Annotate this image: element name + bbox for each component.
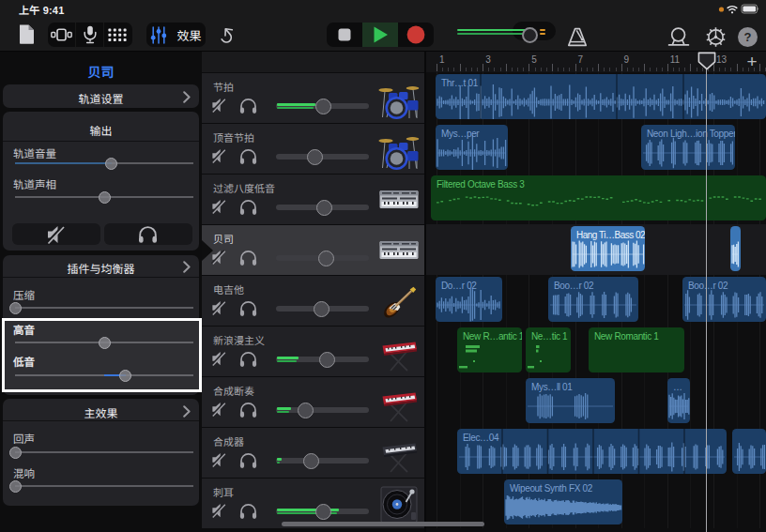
audio-region[interactable]: Elec…04 <box>457 429 727 474</box>
track-solo-button[interactable] <box>238 147 258 169</box>
track-solo-button[interactable] <box>238 97 258 118</box>
track-solo-button[interactable] <box>238 299 258 321</box>
master-effects-header[interactable]: 主效果 <box>3 404 199 420</box>
add-track-button[interactable]: + <box>742 52 762 72</box>
audio-region[interactable]: Wipeout Synth FX 02 <box>504 479 622 524</box>
help-question-mark: ? <box>744 30 752 44</box>
track-mute-button[interactable] <box>210 502 228 523</box>
track-solo-button[interactable] <box>238 350 258 372</box>
echo-slider[interactable] <box>15 447 193 459</box>
audio-region[interactable]: Thr…t 01 <box>436 74 766 119</box>
track-mute-button[interactable] <box>210 147 228 168</box>
help-button[interactable]: ? <box>738 27 758 47</box>
track-volume-knob[interactable] <box>319 352 335 368</box>
midi-region[interactable]: Ne…tic 1 <box>526 327 571 372</box>
audio-region[interactable]: Hang Ti…Bass 02 <box>571 226 645 271</box>
track-volume-knob[interactable] <box>303 453 319 469</box>
track-solo-button[interactable] <box>238 451 258 473</box>
effects-button[interactable]: 效果 <box>171 23 206 47</box>
track-row[interactable]: 过滤八度低音 <box>202 174 426 224</box>
audio-region[interactable] <box>730 226 741 271</box>
track-mute-button[interactable] <box>210 299 228 320</box>
audio-region[interactable]: Mys…per <box>436 125 508 170</box>
metronome-button[interactable] <box>566 27 589 51</box>
track-volume-knob[interactable] <box>315 99 331 114</box>
undo-button[interactable] <box>218 25 238 49</box>
reverb-slider[interactable] <box>15 480 193 493</box>
track-volume-slider[interactable] <box>276 506 369 517</box>
master-volume-slider[interactable] <box>457 23 551 47</box>
play-button[interactable] <box>362 23 398 47</box>
track-volume-slider[interactable] <box>276 151 369 162</box>
track-volume-slider[interactable] <box>276 100 369 112</box>
track-volume-slider[interactable] <box>15 158 193 170</box>
track-volume-slider[interactable] <box>276 252 369 264</box>
track-solo-button[interactable] <box>238 502 258 524</box>
track-mute-button[interactable] <box>210 249 228 269</box>
track-row[interactable]: 刺耳 <box>202 478 426 528</box>
audio-region[interactable]: … <box>667 378 690 423</box>
track-controls-button[interactable] <box>48 23 75 47</box>
track-solo-button[interactable] <box>238 401 258 422</box>
master-volume-knob[interactable] <box>522 27 538 43</box>
playhead-marker[interactable] <box>697 52 716 70</box>
audio-region[interactable]: Boo…r 02 <box>548 277 638 322</box>
track-row[interactable]: 节拍 <box>202 72 426 123</box>
reverb-knob[interactable] <box>9 480 22 493</box>
sidebar-mute-button[interactable] <box>12 223 100 245</box>
sidebar-solo-button[interactable] <box>104 223 193 245</box>
track-row[interactable]: 电吉他 <box>202 275 426 326</box>
echo-knob[interactable] <box>9 447 22 459</box>
midi-region[interactable]: New R…antic 1 <box>457 327 522 372</box>
my-songs-button[interactable] <box>19 22 38 46</box>
track-mute-button[interactable] <box>210 198 228 219</box>
track-solo-button[interactable] <box>238 249 258 270</box>
track-row[interactable]: 新浪漫主义 <box>202 326 426 376</box>
track-row[interactable]: 合成器 <box>202 427 426 478</box>
track-volume-knob[interactable] <box>318 251 334 266</box>
compression-slider[interactable] <box>15 302 193 314</box>
stop-button[interactable] <box>327 23 362 47</box>
midi-region[interactable]: New Romantic 1 <box>589 327 684 372</box>
audio-region[interactable] <box>732 429 766 474</box>
track-volume-slider[interactable] <box>276 354 369 365</box>
track-solo-button[interactable] <box>238 198 258 220</box>
horizontal-scrollbar[interactable] <box>282 522 484 526</box>
song-settings-button[interactable] <box>705 26 727 52</box>
plugins-eq-header[interactable]: 插件与均衡器 <box>3 260 199 276</box>
audio-region[interactable]: Boo…r 02 <box>682 277 766 322</box>
track-volume-knob[interactable] <box>307 149 323 165</box>
track-volume-slider[interactable] <box>276 455 369 466</box>
track-settings-row[interactable]: 轨道设置 <box>3 84 199 108</box>
track-mute-button[interactable] <box>210 350 228 371</box>
compression-knob[interactable] <box>9 302 22 314</box>
track-row[interactable]: 贝司 <box>202 224 426 275</box>
track-volume-knob[interactable] <box>314 301 329 317</box>
track-volume-slider[interactable] <box>276 303 369 314</box>
midi-region[interactable]: Filtered Octave Bass 3 <box>431 175 766 220</box>
track-mute-button[interactable] <box>210 451 228 472</box>
audio-region[interactable]: Do…r 02 <box>436 277 502 322</box>
track-name: 节拍 <box>213 79 234 94</box>
track-volume-slider[interactable] <box>276 202 369 213</box>
track-volume-slider[interactable] <box>276 404 369 416</box>
track-pan-knob[interactable] <box>99 191 111 204</box>
smart-controls-button[interactable] <box>146 23 171 47</box>
track-volume-knob[interactable] <box>298 403 314 418</box>
track-mute-button[interactable] <box>210 97 228 117</box>
track-row[interactable]: 合成断奏 <box>202 376 426 427</box>
audio-region[interactable]: Neon Ligh…ion Topper <box>641 125 735 170</box>
loop-browser-button[interactable] <box>667 26 690 51</box>
track-volume-knob[interactable] <box>316 200 332 216</box>
instrument-browser-button[interactable] <box>104 23 131 47</box>
record-button[interactable] <box>398 23 434 47</box>
track-pan-slider[interactable] <box>15 191 193 204</box>
audio-region[interactable]: Mys…ll 01 <box>526 378 615 423</box>
record-input-button[interactable] <box>76 23 103 47</box>
eq-highlight-annotation <box>2 318 202 392</box>
track-volume-knob[interactable] <box>315 504 331 520</box>
track-volume-knob[interactable] <box>105 158 117 170</box>
slider-track <box>15 485 193 486</box>
track-row[interactable]: 顶音节拍 <box>202 123 426 174</box>
track-mute-button[interactable] <box>210 401 228 421</box>
